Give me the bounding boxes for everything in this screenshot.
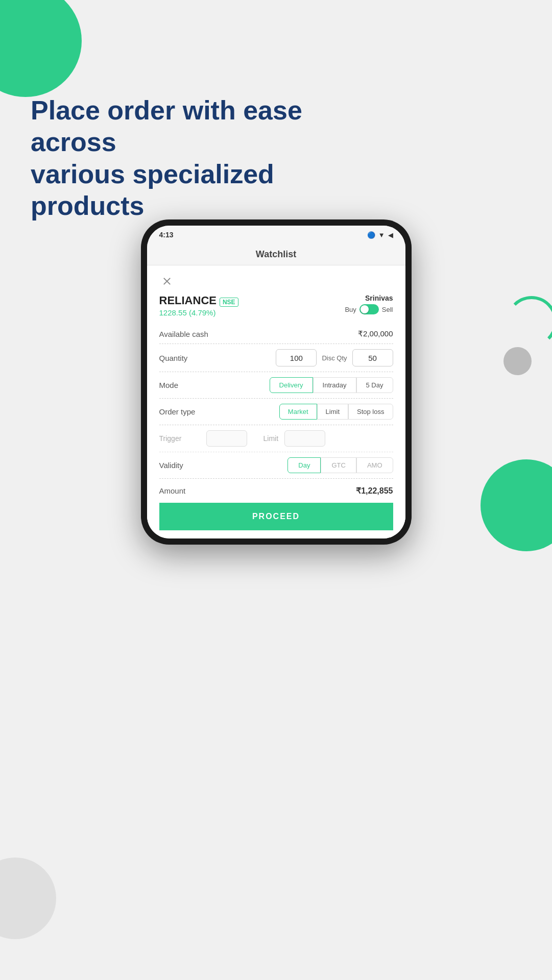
trigger-input[interactable] <box>206 430 247 447</box>
quantity-label: Quantity <box>159 354 210 362</box>
status-time: 4:13 <box>159 231 174 239</box>
close-button[interactable] <box>159 274 175 289</box>
order-type-limit-btn[interactable]: Limit <box>317 404 348 420</box>
limit-field-label: Limit <box>263 434 279 443</box>
mode-delivery-btn[interactable]: Delivery <box>270 377 313 393</box>
mode-intraday-btn[interactable]: Intraday <box>313 377 356 393</box>
stock-info: RELIANCE NSE 1228.55 (4.79%) <box>159 294 238 317</box>
toggle-knob <box>361 305 369 313</box>
deco-circle-top-right <box>506 296 552 347</box>
quantity-inputs: Disc Qty <box>276 349 393 366</box>
wifi-icon: ▼ <box>378 231 385 239</box>
signal-icon: ◀ <box>388 231 393 239</box>
quantity-input[interactable] <box>276 349 317 366</box>
stock-name-row: RELIANCE NSE <box>159 294 238 307</box>
app-header-title: Watchlist <box>256 249 296 260</box>
trigger-row: Trigger Limit <box>159 425 393 452</box>
validity-gtc-btn[interactable]: GTC <box>321 457 356 473</box>
mode-row: Mode Delivery Intraday 5 Day <box>159 372 393 399</box>
validity-group: Day GTC AMO <box>287 457 393 473</box>
validity-row: Validity Day GTC AMO <box>159 452 393 479</box>
buy-label: Buy <box>345 306 356 313</box>
available-cash-row: Available cash ₹2,00,000 <box>159 324 393 344</box>
app-header: Watchlist <box>147 244 405 265</box>
mode-5day-btn[interactable]: 5 Day <box>356 377 393 393</box>
order-type-group: Market Limit Stop loss <box>279 404 393 420</box>
amount-row: Amount ₹1,22,855 <box>159 479 393 503</box>
available-cash-label: Available cash <box>159 330 210 338</box>
mode-segment-group: Delivery Intraday 5 Day <box>270 377 393 393</box>
amount-label: Amount <box>159 486 186 495</box>
toggle-switch[interactable] <box>359 304 379 314</box>
sell-label: Sell <box>382 306 393 313</box>
stock-header: RELIANCE NSE 1228.55 (4.79%) Srinivas Bu… <box>159 294 393 317</box>
mode-label: Mode <box>159 381 210 389</box>
stock-exchange: NSE <box>220 298 238 307</box>
deco-circle-bottom-left <box>0 857 56 939</box>
stock-price: 1228.55 (4.79%) <box>159 308 238 317</box>
quantity-row: Quantity Disc Qty <box>159 344 393 372</box>
deco-dot-right <box>503 347 532 375</box>
phone-wrapper: 4:13 🔵 ▼ ◀ Watchlist RE <box>141 219 412 545</box>
proceed-button[interactable]: PROCEED <box>159 503 393 530</box>
stock-name: RELIANCE <box>159 294 217 307</box>
limit-input[interactable] <box>284 430 325 447</box>
order-type-label: Order type <box>159 407 210 416</box>
order-type-stoploss-btn[interactable]: Stop loss <box>348 404 393 420</box>
order-form: RELIANCE NSE 1228.55 (4.79%) Srinivas Bu… <box>147 265 405 538</box>
headline: Place order with ease across various spe… <box>31 94 388 222</box>
buy-sell-toggle[interactable]: Buy Sell <box>345 304 393 314</box>
disc-qty-label: Disc Qty <box>322 354 347 362</box>
trigger-label: Trigger <box>159 434 200 443</box>
disc-qty-input[interactable] <box>352 349 393 366</box>
deco-circle-top-left <box>0 0 82 97</box>
phone-frame: 4:13 🔵 ▼ ◀ Watchlist RE <box>141 219 412 545</box>
available-cash-value: ₹2,00,000 <box>358 329 393 338</box>
account-side: Srinivas Buy Sell <box>345 294 393 314</box>
validity-day-btn[interactable]: Day <box>287 457 321 473</box>
status-bar: 4:13 🔵 ▼ ◀ <box>147 226 405 244</box>
amount-value: ₹1,22,855 <box>356 486 393 496</box>
phone-screen: 4:13 🔵 ▼ ◀ Watchlist RE <box>147 226 405 538</box>
validity-amo-btn[interactable]: AMO <box>356 457 393 473</box>
account-name: Srinivas <box>365 294 393 302</box>
deco-circle-bottom-right <box>481 459 552 551</box>
bluetooth-icon: 🔵 <box>367 231 375 239</box>
status-icons: 🔵 ▼ ◀ <box>367 231 393 239</box>
order-type-market-btn[interactable]: Market <box>279 404 317 420</box>
validity-label: Validity <box>159 461 210 470</box>
order-type-row: Order type Market Limit Stop loss <box>159 399 393 425</box>
